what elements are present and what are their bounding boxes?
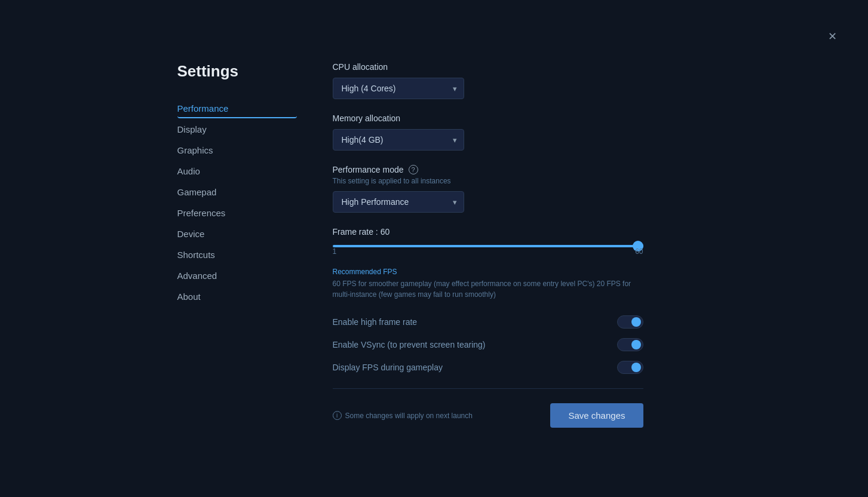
toggle-label-high-frame-rate: Enable high frame rate <box>333 317 418 327</box>
performance-mode-wrapper: High Performance Balanced Power Saver <box>333 191 464 213</box>
sidebar-item-gamepad[interactable]: Gamepad <box>177 182 297 202</box>
memory-allocation-section: Memory allocation High(4 GB) Low (1 GB) … <box>333 113 691 151</box>
frame-rate-label: Frame rate : 60 <box>333 227 691 237</box>
modal-overlay: ✕ Settings Performance Display Graphics … <box>0 0 868 497</box>
toggle-row-high-frame-rate: Enable high frame rate <box>333 311 643 333</box>
performance-mode-subtext: This setting is applied to all instances <box>333 177 691 185</box>
info-icon: i <box>333 411 342 420</box>
memory-allocation-wrapper: High(4 GB) Low (1 GB) Medium (2 GB) Ultr… <box>333 129 464 151</box>
footer-note-text: Some changes will apply on next launch <box>345 412 473 420</box>
performance-mode-label: Performance mode <box>333 165 404 174</box>
footer-note: i Some changes will apply on next launch <box>333 411 473 420</box>
sidebar-nav: Performance Display Graphics Audio Gamep… <box>177 99 297 306</box>
slider-min-label: 1 <box>333 247 337 256</box>
settings-title: Settings <box>177 62 297 81</box>
sidebar: Settings Performance Display Graphics Au… <box>177 57 297 440</box>
main-content: CPU allocation High (4 Cores) Low (1 Cor… <box>297 57 691 440</box>
toggle-row-vsync: Enable VSync (to prevent screen tearing) <box>333 333 643 356</box>
memory-allocation-select[interactable]: High(4 GB) Low (1 GB) Medium (2 GB) Ultr… <box>333 129 464 151</box>
cpu-allocation-section: CPU allocation High (4 Cores) Low (1 Cor… <box>333 62 691 99</box>
sidebar-item-graphics[interactable]: Graphics <box>177 140 297 160</box>
sidebar-item-audio[interactable]: Audio <box>177 161 297 181</box>
toggle-label-display-fps: Display FPS during gameplay <box>333 363 443 372</box>
recommended-fps-text: 60 FPS for smoother gameplay (may effect… <box>333 278 643 300</box>
cpu-allocation-select[interactable]: High (4 Cores) Low (1 Core) Medium (2 Co… <box>333 78 464 99</box>
performance-mode-header: Performance mode ? <box>333 165 691 174</box>
settings-container: Settings Performance Display Graphics Au… <box>177 57 691 440</box>
toggle-slider-display-fps <box>617 361 643 374</box>
sidebar-item-preferences[interactable]: Preferences <box>177 203 297 223</box>
save-button[interactable]: Save changes <box>550 403 643 428</box>
recommended-fps-title: Recommended FPS <box>333 268 691 276</box>
toggle-high-frame-rate[interactable] <box>617 315 643 329</box>
slider-container: 1 60 <box>333 245 643 256</box>
sidebar-item-shortcuts[interactable]: Shortcuts <box>177 245 297 265</box>
toggle-slider-high-frame-rate <box>617 315 643 329</box>
performance-mode-select[interactable]: High Performance Balanced Power Saver <box>333 191 464 213</box>
close-button[interactable]: ✕ <box>828 31 837 42</box>
frame-rate-section: Frame rate : 60 1 60 <box>333 227 691 256</box>
toggle-row-display-fps: Display FPS during gameplay <box>333 356 643 379</box>
sidebar-item-performance[interactable]: Performance <box>177 99 297 118</box>
help-icon[interactable]: ? <box>409 165 418 174</box>
cpu-allocation-wrapper: High (4 Cores) Low (1 Core) Medium (2 Co… <box>333 78 464 99</box>
toggle-slider-vsync <box>617 338 643 351</box>
memory-allocation-label: Memory allocation <box>333 113 691 123</box>
sidebar-item-device[interactable]: Device <box>177 224 297 244</box>
sidebar-item-advanced[interactable]: Advanced <box>177 266 297 286</box>
toggle-label-vsync: Enable VSync (to prevent screen tearing) <box>333 340 486 349</box>
cpu-allocation-label: CPU allocation <box>333 62 691 72</box>
sidebar-item-display[interactable]: Display <box>177 119 297 139</box>
performance-mode-section: Performance mode ? This setting is appli… <box>333 165 691 213</box>
toggle-display-fps[interactable] <box>617 361 643 374</box>
recommended-fps-section: Recommended FPS 60 FPS for smoother game… <box>333 268 691 300</box>
toggle-vsync[interactable] <box>617 338 643 351</box>
frame-rate-slider[interactable] <box>333 245 643 247</box>
footer: i Some changes will apply on next launch… <box>333 388 643 428</box>
slider-max-label: 60 <box>635 247 643 256</box>
sidebar-item-about[interactable]: About <box>177 287 297 306</box>
